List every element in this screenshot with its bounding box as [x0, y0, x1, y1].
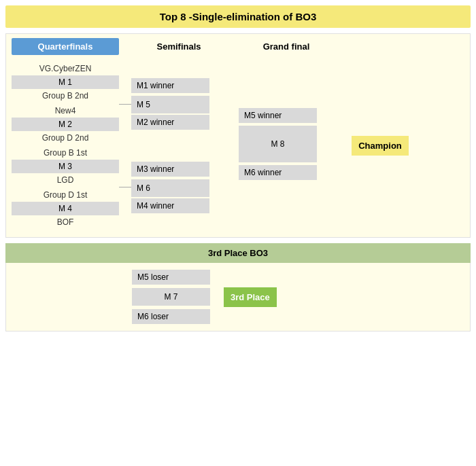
- qf-group-4: Group D 1st M 4 BOF: [12, 190, 119, 228]
- qf-group-3: Group B 1st M 3 LGD: [12, 147, 119, 185]
- qf1-match: M 1: [12, 75, 119, 89]
- qf2-team1: New4: [12, 105, 119, 116]
- sf-column: M1 winner M 5 M2 winner M3 winner M: [131, 60, 226, 230]
- sf-m1-winner: M1 winner: [131, 78, 209, 93]
- third-place-matches: M5 loser M 7 M6 loser: [132, 270, 210, 324]
- column-headers: Quarterfinals Semifinals Grand final: [12, 38, 464, 55]
- qf2-match: M 2: [12, 118, 119, 131]
- main-bracket-section: Quarterfinals Semifinals Grand final VG.…: [5, 33, 471, 238]
- conn-bottom: [119, 145, 131, 228]
- qf4-team1: Group D 1st: [12, 190, 119, 200]
- gf-m6-winner: M6 winner: [239, 165, 317, 180]
- third-place-result-box: 3rd Place: [224, 287, 277, 307]
- sf-m4-winner: M4 winner: [131, 198, 209, 213]
- qf-sf-connector: [119, 60, 131, 230]
- third-place-result: 3rd Place: [224, 287, 277, 307]
- qf4-team2: BOF: [12, 217, 119, 228]
- qf-group-1: VG.CyberZEN M 1 Group B 2nd: [12, 63, 119, 101]
- third-place-header: 3rd Place BO3: [5, 243, 471, 263]
- qf1-team2: Group B 2nd: [12, 90, 119, 101]
- tp-m7: M 7: [132, 288, 210, 306]
- qf1-team1: VG.CyberZEN: [12, 63, 119, 74]
- champion-column: Champion: [346, 60, 414, 230]
- tp-m5-loser: M5 loser: [132, 270, 210, 285]
- gf-champ-connector: [334, 60, 346, 230]
- qf3-team1: Group B 1st: [12, 147, 119, 158]
- third-place-section: 3rd Place BO3 M5 loser M 7 M6 loser: [5, 243, 471, 331]
- conn-top: [119, 63, 131, 145]
- qf2-team2: Group D 2nd: [12, 132, 119, 143]
- gf-header: Grand final: [239, 38, 334, 55]
- sf-bottom-group: M3 winner M 6 M4 winner: [131, 162, 226, 213]
- qf-group-2: New4 M 2 Group D 2nd: [12, 105, 119, 143]
- qf3-team2: LGD: [12, 175, 119, 185]
- page-wrapper: Top 8 -Single-elimination of BO3 Quarter…: [0, 0, 476, 337]
- sf-m6: M 6: [131, 179, 209, 197]
- sf-m3-winner: M3 winner: [131, 162, 209, 177]
- third-place-body: M5 loser M 7 M6 loser 3rd Place: [5, 263, 471, 331]
- gf-m8: M 8: [239, 126, 317, 162]
- sf-header: Semifinals: [131, 38, 226, 55]
- sf-gf-connector: [226, 60, 239, 230]
- qf3-match: M 3: [12, 160, 119, 173]
- sf-m5: M 5: [131, 96, 209, 113]
- gf-m5-winner: M5 winner: [239, 108, 317, 123]
- champion-box: Champion: [352, 136, 409, 156]
- qf-header: Quarterfinals: [12, 38, 119, 55]
- sf-m2-winner: M2 winner: [131, 115, 209, 130]
- gf-column: M5 winner M 8 M6 winner: [239, 60, 334, 230]
- sf-top-group: M1 winner M 5 M2 winner: [131, 78, 226, 130]
- qf-column: VG.CyberZEN M 1 Group B 2nd New4 M 2 Gro…: [12, 60, 119, 230]
- gf-top: M5 winner M 8 M6 winner: [239, 108, 334, 180]
- bracket-body: VG.CyberZEN M 1 Group B 2nd New4 M 2 Gro…: [12, 60, 464, 230]
- qf4-match: M 4: [12, 202, 119, 215]
- page-title: Top 8 -Single-elimination of BO3: [5, 5, 471, 28]
- tp-m6-loser: M6 loser: [132, 309, 210, 324]
